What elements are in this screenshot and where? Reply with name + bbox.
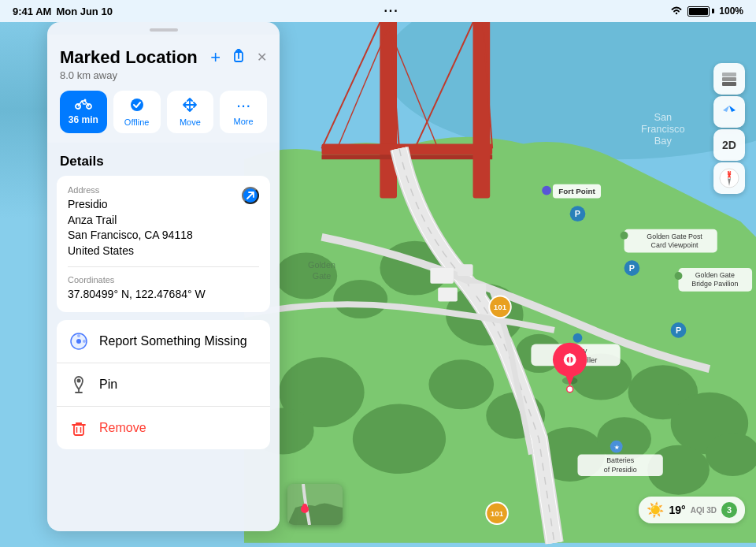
svg-rect-30 [458,264,473,276]
details-section-title: Details [47,143,280,176]
svg-rect-93 [722,77,736,81]
svg-text:San: San [654,111,672,123]
action-buttons-row: 36 min Offline Move ··· More [60,91,267,133]
svg-text:Batteries: Batteries [606,456,635,464]
svg-point-3 [333,280,387,318]
panel-title-actions: + ✕ [210,49,267,67]
svg-point-49 [621,232,628,240]
drag-indicator [150,28,178,32]
bike-label: 36 min [69,114,98,125]
svg-text:N: N [727,170,731,176]
weather-badge: ☀️ 19° AQI 3D 3 [639,497,745,523]
svg-rect-94 [722,82,736,86]
svg-text:Bay: Bay [654,135,673,147]
menu-list: Report Something Missing Pin Remove [57,320,270,449]
my-location-button[interactable] [713,96,745,128]
pin-label: Pin [99,378,117,392]
svg-point-86 [77,378,81,382]
svg-text:101: 101 [491,509,504,518]
map-thumbnail[interactable] [287,484,343,525]
2d-view-button[interactable]: 2D [713,129,745,161]
bike-action-button[interactable]: 36 min [60,91,107,133]
offline-label: Offline [124,117,150,127]
panel-subtitle: 8.0 km away [60,69,267,81]
more-action-button[interactable]: ··· More [220,91,267,133]
status-bar-center: ··· [384,4,398,18]
svg-rect-19 [380,0,397,198]
offline-icon [129,97,145,115]
svg-point-84 [77,334,80,337]
remove-label: Remove [99,421,146,435]
svg-rect-92 [722,73,736,76]
status-bar: 9:41 AM Mon Jun 10 ··· 100% [0,0,756,22]
svg-text:Gate: Gate [313,271,331,281]
svg-point-18 [428,359,494,409]
panel-title: Marked Location [60,47,198,68]
status-date: Mon Jun 10 [56,6,113,17]
sidebar-panel: Marked Location + ✕ 8.0 km away 36 min [47,22,280,531]
bike-icon [75,97,92,112]
weather-icon: ☀️ [647,501,664,519]
layers-button[interactable] [713,63,745,95]
svg-text:Golden Gate: Golden Gate [695,271,735,279]
status-bar-left: 9:41 AM Mon Jun 10 [13,6,113,17]
close-button[interactable]: ✕ [257,51,267,64]
panel-header: Marked Location + ✕ 8.0 km away 36 min [47,35,280,143]
svg-text:P: P [676,326,681,335]
remove-button[interactable]: Remove [57,407,270,449]
address-line2: Anza Trail [68,213,193,229]
address-label: Address [68,185,193,195]
svg-text:Golden: Golden [308,260,335,270]
pin-button[interactable]: Pin [57,363,270,407]
pin-icon [68,374,90,396]
more-icon: ··· [236,97,250,114]
svg-text:P: P [575,209,580,218]
share-button[interactable] [232,49,246,67]
address-content: Address Presidio Anza Trail San Francisc… [68,185,193,259]
temperature: 19° [669,504,685,516]
panel-title-row: Marked Location + ✕ [60,47,267,68]
svg-text:★: ★ [614,445,620,450]
svg-text:P: P [629,263,635,273]
svg-text:Francisco: Francisco [641,123,684,135]
move-action-button[interactable]: Move [167,91,214,133]
address-navigate-button[interactable] [242,187,259,204]
svg-rect-26 [473,0,491,198]
address-card: Address Presidio Anza Trail San Francisc… [57,176,270,312]
svg-rect-29 [430,268,454,284]
trash-icon [68,417,90,439]
status-time: 9:41 AM [13,6,51,17]
move-icon [182,97,198,115]
status-dots: ··· [384,4,398,18]
svg-rect-31 [438,288,458,302]
svg-text:Fort Point: Fort Point [558,187,595,195]
report-icon [68,330,90,352]
address-row: Address Presidio Anza Trail San Francisc… [68,185,259,259]
address-line4: United States [68,244,193,259]
map-svg-area[interactable]: P P P Fort Point 101 Battery Marcus Mill… [244,0,756,547]
svg-text:of Presidio: of Presidio [604,466,637,474]
coordinates-label: Coordinates [68,275,259,285]
svg-point-44 [573,333,583,343]
add-button[interactable]: + [210,49,220,66]
svg-point-83 [76,339,81,344]
svg-point-76 [302,504,307,508]
aqi-value: 3 [721,502,737,518]
panel-content: Details Address Presidio Anza Trail San … [47,143,280,531]
svg-point-80 [83,99,86,102]
detail-divider [68,266,259,267]
report-missing-button[interactable]: Report Something Missing [57,320,270,363]
svg-point-14 [597,417,651,460]
status-bar-right: 100% [670,6,743,17]
svg-rect-32 [469,284,487,296]
svg-point-53 [675,272,683,280]
wifi-icon [670,6,683,17]
svg-text:Card Viewpoint: Card Viewpoint [651,242,699,250]
compass-button[interactable]: N [713,162,745,194]
aqi-label: AQI 3D [691,506,717,515]
map-controls: 2D N [713,63,745,194]
svg-text:Golden Gate Post: Golden Gate Post [647,233,702,240]
more-label: More [234,117,254,126]
move-label: Move [180,117,201,127]
offline-action-button[interactable]: Offline [113,91,161,133]
